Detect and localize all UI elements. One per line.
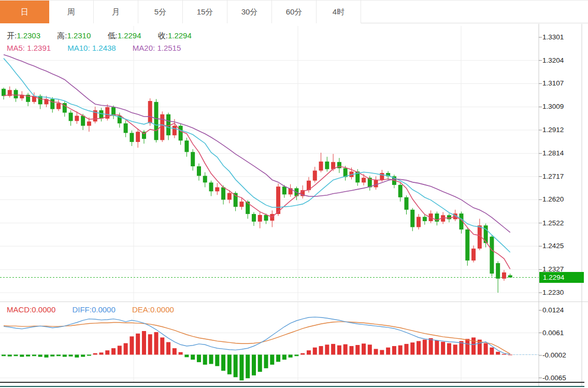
macd-hist-bar: [294, 355, 298, 356]
candle-body: [471, 249, 476, 261]
macd-hist-bar: [423, 340, 427, 355]
candle-body: [221, 188, 225, 200]
macd-hist-bar: [118, 346, 122, 354]
close-value: 1.2294: [168, 31, 192, 40]
macd-hist-bar: [111, 348, 116, 354]
macd-hist-bar: [93, 353, 97, 355]
current-price-badge: 1.2294: [539, 272, 584, 283]
dea-label: DEA:: [132, 305, 150, 314]
ma5-value: 1.2391: [27, 44, 51, 52]
macd-hist-bar: [20, 355, 24, 357]
macd-hist-bar: [435, 340, 439, 355]
diff-value: 0.0000: [92, 305, 116, 314]
candle-body: [374, 180, 378, 188]
macd-hist-bar: [325, 344, 329, 354]
macd-hist-bar: [105, 350, 109, 354]
candle-body: [417, 217, 421, 227]
macd-hist-bar: [429, 338, 433, 355]
candle-body: [423, 217, 427, 221]
tab-day[interactable]: 日: [0, 1, 49, 23]
candle-body: [496, 263, 500, 279]
price-tick-label: 1.2230: [542, 289, 564, 296]
candle-body: [398, 185, 403, 197]
price-tick-label: 1.2912: [542, 126, 564, 134]
candle-body: [87, 121, 91, 125]
ma20-label: MA20:: [133, 44, 155, 52]
macd-hist-bar: [319, 346, 323, 355]
macd-hist-bar: [508, 355, 512, 355]
macd-hist-bar: [160, 337, 164, 354]
chart-window: 日 周 月 5分 15分 30分 60分 4时 开:1.2303 高:1.231…: [0, 0, 588, 388]
price-tick-label: 1.3301: [542, 33, 564, 41]
candle-body: [490, 237, 494, 274]
tab-60min[interactable]: 60分: [272, 1, 317, 23]
macd-hist-bar: [179, 352, 183, 355]
candle-body: [14, 90, 18, 98]
macd-row: MACD:0.0000 DIFF:0.0000 DEA:0.0000: [7, 305, 189, 314]
candle-body: [166, 114, 170, 136]
price-tick-label: 1.2814: [542, 149, 564, 157]
macd-hist-bar: [75, 355, 79, 358]
candle-body: [160, 114, 164, 140]
macd-hist-bar: [398, 346, 403, 355]
price-tick-label: 1.3009: [542, 103, 564, 110]
macd-hist-bar: [99, 352, 103, 354]
macd-hist-bar: [465, 339, 469, 354]
macd-hist-bar: [154, 332, 159, 355]
macd-hist-bar: [32, 355, 36, 356]
macd-hist-bar: [50, 355, 54, 356]
macd-hist-bar: [166, 342, 170, 354]
tab-week[interactable]: 周: [49, 1, 94, 23]
macd-hist-bar: [246, 355, 250, 379]
macd-hist-bar: [368, 344, 372, 354]
tab-15min[interactable]: 15分: [183, 1, 227, 23]
candle-body: [130, 133, 134, 142]
candle-body: [154, 102, 159, 140]
candle-body: [264, 215, 268, 221]
dea-value: 0.0000: [150, 305, 174, 314]
macd-hist-bar: [26, 355, 30, 356]
macd-hist-bar: [343, 344, 348, 355]
macd-hist-bar: [203, 355, 207, 365]
macd-hist-bar: [136, 334, 140, 355]
candle-body: [319, 162, 323, 170]
macd-hist-bar: [14, 355, 18, 356]
macd-tick-label: 0.0061: [542, 329, 564, 337]
macd-hist-bar: [289, 355, 293, 358]
candle-body: [191, 152, 195, 166]
dea-line: [4, 322, 510, 354]
macd-hist-bar: [173, 348, 177, 354]
macd-hist-bar: [502, 354, 506, 354]
macd-hist-bar: [386, 348, 390, 355]
candle-body: [75, 116, 79, 121]
macd-hist-bar: [337, 346, 341, 355]
candle-body: [69, 112, 73, 121]
close-label: 收:: [158, 31, 168, 40]
macd-hist-bar: [221, 355, 225, 371]
candle-body: [209, 182, 213, 191]
candle-body: [502, 272, 506, 279]
macd-hist-bar: [490, 348, 494, 355]
tab-30min[interactable]: 30分: [227, 1, 272, 23]
candle-body: [179, 126, 183, 141]
candle-body: [465, 229, 469, 261]
candle-body: [2, 89, 6, 96]
macd-hist-bar: [270, 355, 274, 365]
candle-body: [508, 275, 512, 277]
macd-hist-bar: [2, 355, 6, 356]
ma5-label: MA5:: [7, 44, 25, 52]
tab-month[interactable]: 月: [94, 1, 138, 23]
ma10-label: MA10:: [67, 44, 90, 52]
macd-hist-bar: [276, 355, 280, 362]
tab-4hour[interactable]: 4时: [317, 1, 361, 23]
macd-hist-bar: [215, 355, 219, 366]
macd-hist-bar: [453, 344, 457, 354]
candle-body: [56, 103, 61, 109]
tab-5min[interactable]: 5分: [138, 1, 183, 23]
candle-body: [81, 116, 85, 125]
candle-body: [234, 193, 238, 207]
macd-hist-bar: [81, 355, 85, 357]
ma-row: MA5: 1.2391 MA10: 1.2438 MA20: 1.2515: [7, 44, 195, 52]
candle-body: [258, 215, 262, 222]
macd-hist-bar: [124, 343, 128, 355]
